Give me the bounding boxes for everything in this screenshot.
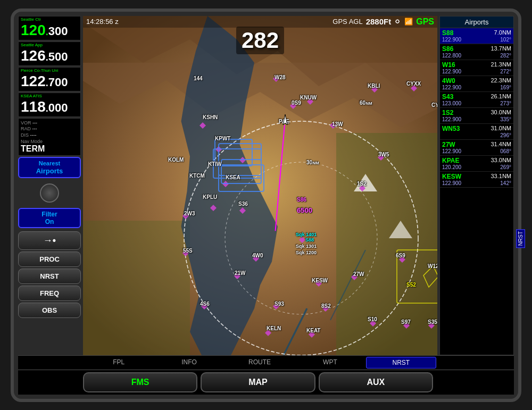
map-area: 14:28:56 z GPS AGL 2880Ft ⭘ 📶 GPS 282 (83, 16, 437, 355)
left-panel: Seattle Ctr 120 . 300 Seattle App 126 . … (18, 16, 81, 355)
airport-item-5[interactable]: 1S2 30.0NM 122.900 335° (440, 108, 513, 124)
airport-freq-4: 123.000 (442, 101, 461, 106)
freq-large-1: 120 (21, 22, 46, 39)
freq-box-3[interactable]: Pierce Co-Thun Uni 122 . 700 (18, 67, 81, 91)
map-button[interactable]: MAP (201, 372, 315, 392)
airport-id-7: 27W (442, 141, 455, 148)
bottom-tab-bar: FPL INFO ROUTE WPT NRST (18, 355, 514, 370)
main-btn-spacer (21, 372, 80, 392)
airport-dist-0: 7.0NM (494, 29, 511, 37)
airport-id-9: KESW (442, 173, 461, 180)
airport-dist-6: 31.0NM (491, 125, 511, 132)
gps-info-bar: GPS AGL 2880Ft ⭘ 📶 GPS (332, 17, 434, 27)
airport-dist-3: 22.3NM (491, 77, 511, 85)
gps-label: GPS (416, 17, 434, 27)
airport-item-2[interactable]: W16 21.3NM 122.900 272° (440, 60, 513, 76)
airport-freq-9: 122.900 (442, 180, 461, 186)
aux-button[interactable]: AUX (319, 372, 433, 392)
nearest-btn-line1: Nearest (21, 160, 78, 167)
freq-small-4: 000 (48, 101, 68, 115)
direct-to-button[interactable]: →• (18, 231, 81, 250)
airport-dist-9: 33.1NM (491, 173, 511, 180)
proc-button[interactable]: PROC (18, 252, 81, 267)
airport-item-6[interactable]: WN53 31.0NM 296° (440, 124, 513, 140)
airport-hdg-7: 068° (500, 148, 511, 154)
airport-hdg-9: 142° (500, 180, 511, 186)
freq-label-2: Seattle App (21, 43, 78, 47)
airport-item-0[interactable]: S88 7.0NM 122.900 102° (440, 28, 513, 44)
airport-hdg-3: 169° (500, 85, 511, 90)
airport-item-1[interactable]: S86 13.7NM 122.800 282° (440, 44, 513, 60)
filter-button[interactable]: Filter On (18, 208, 81, 228)
airport-hdg-2: 272° (500, 69, 511, 74)
gps-alt-label: GPS AGL (332, 18, 362, 26)
airport-freq-5: 122.900 (442, 116, 461, 122)
freq-value-4: 118 . 000 (21, 98, 78, 115)
main-btn-right-spacer (436, 372, 511, 392)
time-display: 14:28:56 z (86, 18, 119, 26)
main-buttons-group: FMS MAP AUX (83, 372, 433, 392)
freq-value-3: 122 . 700 (21, 73, 78, 90)
tab-fpl[interactable]: FPL (84, 357, 153, 369)
tab-info[interactable]: INFO (154, 357, 223, 369)
heading-value: 282 (236, 27, 284, 54)
airport-freq-8: 120.200 (442, 164, 461, 170)
freq-box-4[interactable]: KSEA ATIS 118 . 000 (18, 93, 81, 117)
airport-id-0: S88 (442, 29, 453, 37)
tab-route[interactable]: ROUTE (225, 357, 294, 369)
nearest-btn-line2: Airports (21, 167, 78, 175)
nearest-airports-button[interactable]: Nearest Airports (18, 157, 81, 179)
airport-id-2: W16 (442, 61, 455, 69)
tab-nrst[interactable]: NRST (366, 357, 436, 369)
freq-label-3: Pierce Co-Thun Uni (21, 69, 78, 73)
airport-dist-2: 21.3NM (491, 61, 511, 69)
airport-item-8[interactable]: KPAE 33.0NM 120.200 269° (440, 156, 513, 172)
freq-button[interactable]: FREQ (18, 286, 81, 301)
freq-label-1: Seattle Ctr (21, 18, 78, 22)
main-content: Seattle Ctr 120 . 300 Seattle App 126 . … (18, 16, 514, 355)
airport-freq-1: 122.800 (442, 53, 461, 58)
airport-hdg-4: 273° (500, 101, 511, 106)
tab-wpt[interactable]: WPT (295, 357, 364, 369)
filter-value: On (21, 218, 78, 225)
airport-hdg-1: 282° (500, 53, 511, 58)
freq-large-4: 118 (21, 98, 46, 115)
airport-hdg-8: 269° (500, 164, 511, 170)
airport-id-6: WN53 (442, 125, 460, 132)
airports-panel-header: Airports (440, 16, 513, 28)
airport-id-3: 4W0 (442, 77, 455, 85)
nrst-button[interactable]: NRST (18, 269, 81, 284)
airport-item-9[interactable]: KESW 33.1NM 122.900 142° (440, 172, 513, 188)
airport-item-7[interactable]: 27W 31.4NM 122.900 068° (440, 140, 513, 156)
obs-button[interactable]: OBS (18, 303, 81, 318)
joystick[interactable] (40, 183, 59, 203)
airport-id-8: KPAE (442, 157, 459, 164)
freq-box-1[interactable]: Seattle Ctr 120 . 300 (18, 16, 81, 40)
nav-mode-value: TERM (21, 144, 78, 154)
freq-small-1: 300 (48, 24, 68, 38)
filter-label: Filter (21, 211, 78, 218)
airport-hdg-6: 296° (500, 132, 511, 138)
nav-vor: VOR --- (21, 120, 78, 127)
nav-info: VOR --- RAD --- DIS ---- Nav Mode TERM (18, 118, 81, 156)
airport-freq-7: 122.900 (442, 148, 461, 154)
freq-value-1: 120 . 300 (21, 22, 78, 39)
freq-small-2: 500 (48, 50, 68, 64)
nrst-tab[interactable]: NRST (516, 229, 525, 248)
airport-id-5: 1S2 (442, 109, 453, 116)
airport-dist-7: 31.4NM (491, 141, 511, 148)
airport-item-4[interactable]: S43 26.1NM 123.000 273° (440, 92, 513, 108)
airport-item-3[interactable]: 4W0 22.3NM 122.900 169° (440, 76, 513, 92)
bottom-buttons: →• PROC NRST FREQ OBS (18, 231, 81, 318)
gps-alt-value: 2880Ft (366, 17, 392, 26)
freq-large-3: 122 (21, 73, 46, 90)
freq-box-2[interactable]: Seattle App 126 . 500 (18, 41, 81, 66)
heading-display: 282 (236, 27, 284, 54)
tablet-frame: Seattle Ctr 120 . 300 Seattle App 126 . … (11, 9, 521, 402)
airport-id-1: S86 (442, 45, 453, 53)
airport-freq-0: 122.900 (442, 37, 461, 43)
bottom-main-bar: FMS MAP AUX (18, 370, 514, 395)
tabs-group: FPL INFO ROUTE WPT NRST (84, 357, 436, 369)
joystick-area (18, 179, 81, 207)
fms-button[interactable]: FMS (83, 372, 197, 392)
